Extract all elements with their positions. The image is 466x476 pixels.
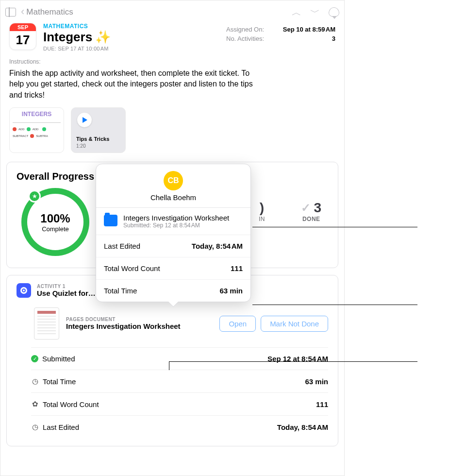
callout-line <box>169 361 169 370</box>
progress-stat-middle-label: IN <box>259 216 265 222</box>
comment-icon[interactable] <box>329 7 339 17</box>
progress-stat-done: ✓ 3 DONE <box>301 200 321 222</box>
progress-ring: ★ 100% Complete <box>21 188 89 256</box>
popover-file-title: Integers Investigation Worksheet <box>123 214 229 222</box>
star-badge-icon: ★ <box>28 190 41 203</box>
clock-icon: ◷ <box>31 423 39 431</box>
popover-total-time-value: 63 min <box>219 287 243 295</box>
student-avatar: CB <box>164 171 183 190</box>
done-count: 3 <box>314 200 321 216</box>
document-details: ✓ Submitted Sep 12 at 8:54 AM ◷ Total Ti… <box>7 347 338 446</box>
open-button[interactable]: Open <box>219 316 256 332</box>
clock-icon: ◷ <box>31 377 39 386</box>
total-time-value: 63 min <box>305 377 328 386</box>
submitted-label: Submitted <box>42 355 75 363</box>
quizlet-app-icon <box>17 283 31 298</box>
video-title: Tips & Tricks <box>76 136 109 142</box>
last-edited-value: Today, 8:54 AM <box>277 423 328 431</box>
word-count-label: Total Word Count <box>43 400 99 408</box>
student-progress-popover: CB Chella Boehm Integers Investigation W… <box>96 164 251 302</box>
sparkle-icon: ✨ <box>95 30 111 45</box>
assignment-meta: Assigned On: Sep 10 at 8:59 AM No. Activ… <box>226 23 335 51</box>
page-title: Integers ✨ <box>43 30 226 45</box>
document-eyebrow: PAGES DOCUMENT <box>66 317 181 322</box>
video-duration: 1:20 <box>76 143 85 149</box>
word-count-value: 111 <box>316 400 328 408</box>
gear-icon: ✿ <box>31 400 39 408</box>
student-name: Chella Boehm <box>104 193 243 202</box>
activities-label: No. Activities: <box>226 35 264 42</box>
chevron-up-icon[interactable]: ︿ <box>292 6 301 19</box>
folder-icon <box>104 215 117 226</box>
chevron-left-icon: ‹ <box>21 6 24 17</box>
activities-value: 3 <box>332 35 335 42</box>
attachment-video[interactable]: Tips & Tricks 1:20 <box>71 107 126 153</box>
poster-title: INTEGERS <box>13 111 61 118</box>
submitted-check-icon: ✓ <box>31 355 38 362</box>
progress-percent-label: Complete <box>40 225 70 233</box>
mark-not-done-button[interactable]: Mark Not Done <box>261 316 328 332</box>
document-thumbnail[interactable] <box>34 307 59 340</box>
activity-title: Use Quizlet for… <box>37 289 96 297</box>
back-button[interactable]: ‹ Mathematics <box>21 7 73 17</box>
due-label: DUE: SEP 17 AT 10:00 AM <box>43 46 226 51</box>
done-label: DONE <box>301 216 321 222</box>
play-icon <box>77 113 92 127</box>
calendar-month: SEP <box>10 23 36 31</box>
popover-word-count-label: Total Word Count <box>104 264 160 272</box>
popover-last-edited-value: Today, 8:54 AM <box>192 242 243 250</box>
instructions-label: Instructions: <box>0 58 344 65</box>
popover-word-count-value: 111 <box>231 264 243 272</box>
last-edited-label: Last Edited <box>43 423 79 431</box>
activity-eyebrow: ACTIVITY 1 <box>37 284 96 289</box>
popover-file-row[interactable]: Integers Investigation Worksheet Submitt… <box>96 208 250 235</box>
total-time-label: Total Time <box>43 377 76 386</box>
progress-percent: 100% <box>40 212 70 225</box>
back-label: Mathematics <box>26 7 73 17</box>
progress-stat-middle: ) IN <box>259 200 265 222</box>
attachment-poster[interactable]: INTEGERS ADD ADD SUBTRACT SUBTRA <box>9 107 64 153</box>
instructions-text: Finish the app activity and worksheet, t… <box>0 65 263 107</box>
calendar-day: 17 <box>10 31 36 48</box>
popover-last-edited-label: Last Edited <box>104 242 140 250</box>
callout-line <box>252 227 417 227</box>
document-title: Integers Investigation Worksheet <box>66 322 181 330</box>
calendar-tile: SEP 17 <box>9 23 36 50</box>
callout-line <box>252 305 417 305</box>
callout-line <box>169 361 417 362</box>
sidebar-toggle-icon[interactable] <box>5 8 16 17</box>
checkmark-icon: ✓ <box>301 201 311 215</box>
popover-file-subtitle: Submitted: Sep 12 at 8:54 AM <box>123 222 229 229</box>
subject-label: MATHEMATICS <box>43 23 226 30</box>
popover-total-time-label: Total Time <box>104 287 137 295</box>
assigned-on-label: Assigned On: <box>226 26 264 33</box>
chevron-down-icon[interactable]: ﹀ <box>310 6 320 19</box>
title-text: Integers <box>43 30 92 45</box>
assigned-on-value: Sep 10 at 8:59 AM <box>283 26 335 33</box>
